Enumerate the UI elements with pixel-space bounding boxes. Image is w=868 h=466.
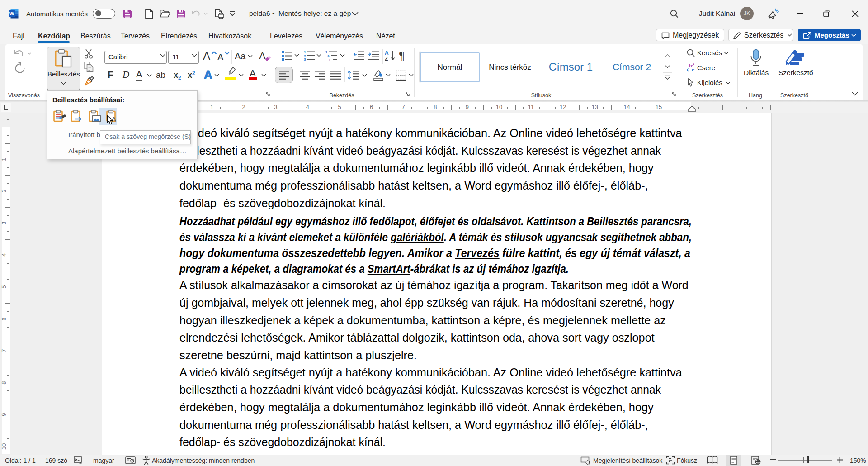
svg-text:3: 3 (304, 57, 306, 61)
svg-text:i: i (329, 57, 330, 61)
svg-text:Z: Z (385, 56, 388, 62)
svg-text:W: W (9, 11, 14, 16)
svg-text:A: A (385, 50, 389, 56)
svg-text:c: c (692, 67, 694, 72)
